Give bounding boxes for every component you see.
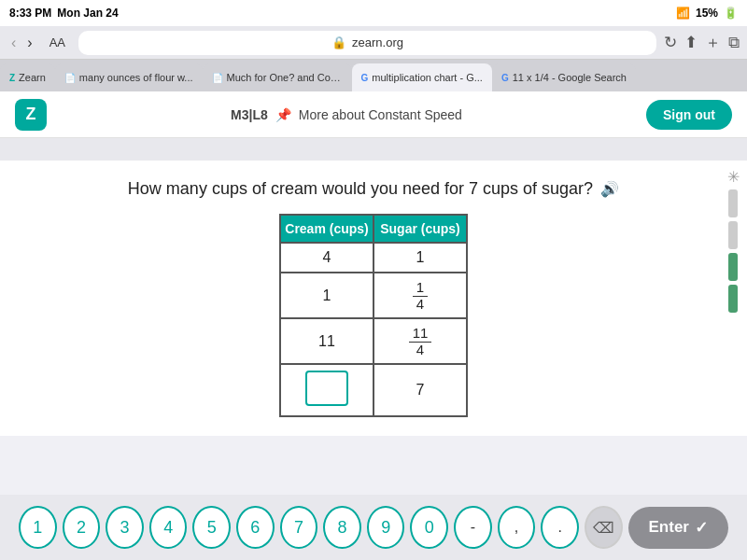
- lesson-code: M3|L8: [231, 107, 268, 122]
- key-4[interactable]: 4: [149, 506, 188, 549]
- key-1[interactable]: 1: [19, 506, 57, 549]
- fraction-numerator: 1: [413, 280, 428, 297]
- key-0[interactable]: 0: [410, 506, 448, 549]
- scroll-segment-active: [728, 253, 738, 281]
- col1-header: Cream (cups): [280, 215, 374, 243]
- scroll-segment-2: [728, 221, 738, 249]
- main-content: How many cups of cream would you need fo…: [0, 161, 747, 436]
- content-divider: [0, 138, 747, 161]
- bottom-space: [0, 436, 747, 495]
- key-comma[interactable]: ,: [498, 506, 536, 549]
- tab-zearn-label: Zearn: [19, 72, 46, 83]
- status-bar: 8:33 PM Mon Jan 24 📶 15% 🔋: [0, 0, 747, 26]
- key-delete[interactable]: ⌫: [585, 506, 623, 549]
- fraction-numerator: 11: [409, 326, 432, 343]
- table-row: 1 1 4: [280, 273, 467, 318]
- sign-out-button[interactable]: Sign out: [646, 100, 732, 130]
- lesson-pin-icon: 📌: [275, 107, 291, 122]
- row2-col1: 1: [280, 273, 374, 318]
- browser-actions: ↻ ⬆ ＋ ⧉: [664, 32, 740, 53]
- app-bar: Z M3|L8 📌 More about Constant Speed Sign…: [0, 91, 747, 138]
- zearn-favicon: Z: [9, 73, 15, 83]
- row4-col1[interactable]: [280, 364, 374, 416]
- tab-google-label: 11 x 1/4 - Google Search: [513, 72, 627, 83]
- tab-zearn[interactable]: Z Zearn: [0, 63, 55, 91]
- much-favicon: 📄: [212, 73, 223, 83]
- tabs-button[interactable]: ⧉: [728, 34, 740, 52]
- tab-much-label: Much for One? and Con...: [227, 72, 343, 83]
- scroll-area: ✳: [726, 140, 740, 420]
- reload-button[interactable]: ↻: [664, 33, 677, 52]
- mult-favicon: G: [361, 73, 369, 83]
- google-favicon: G: [501, 73, 509, 83]
- status-right: 📶 15% 🔋: [676, 7, 738, 20]
- fraction-denominator: 4: [413, 343, 428, 358]
- scroll-segment-1: [728, 189, 738, 217]
- keyboard-row: 1 2 3 4 5 6 7 8 9 0 - , . ⌫ Enter ✓: [0, 495, 747, 560]
- battery-display: 15%: [696, 7, 718, 20]
- lesson-title: More about Constant Speed: [299, 107, 462, 122]
- lesson-info: M3|L8 📌 More about Constant Speed: [58, 107, 635, 122]
- tab-mult[interactable]: G multiplication chart - G...: [352, 63, 492, 91]
- wifi-icon: 📶: [676, 7, 690, 20]
- row2-col2: 1 4: [374, 273, 467, 318]
- table-row: 11 11 4: [280, 318, 467, 364]
- key-minus[interactable]: -: [454, 506, 492, 549]
- tabs-bar: Z Zearn 📄 many ounces of flour w... 📄 Mu…: [0, 60, 747, 91]
- key-6[interactable]: 6: [236, 506, 275, 549]
- key-9[interactable]: 9: [367, 506, 405, 549]
- key-7[interactable]: 7: [280, 506, 318, 549]
- tab-mult-label: multiplication chart - G...: [372, 72, 483, 83]
- enter-check-icon: ✓: [695, 518, 708, 538]
- logo-text: Z: [26, 105, 36, 124]
- nav-buttons: ‹ ›: [7, 33, 36, 53]
- url-text: zearn.org: [352, 35, 403, 49]
- tab-much[interactable]: 📄 Much for One? and Con...: [203, 63, 352, 91]
- enter-label: Enter: [649, 518, 689, 537]
- question-label: How many cups of cream would you need fo…: [128, 179, 593, 199]
- app-logo: Z: [15, 99, 47, 131]
- fraction-1-4: 1 4: [413, 280, 428, 312]
- page-wrapper: 8:33 PM Mon Jan 24 📶 15% 🔋 ‹ › AA 🔒 zear…: [0, 0, 747, 560]
- row1-col1: 4: [280, 243, 374, 273]
- status-left: 8:33 PM Mon Jan 24: [9, 7, 119, 20]
- flour-favicon: 📄: [64, 73, 76, 83]
- key-3[interactable]: 3: [106, 506, 144, 549]
- scroll-decorations: ✳: [727, 168, 740, 313]
- tab-flour[interactable]: 📄 many ounces of flour w...: [55, 63, 203, 91]
- scroll-segment-active2: [728, 285, 738, 313]
- lock-icon: 🔒: [331, 35, 346, 49]
- enter-button[interactable]: Enter ✓: [628, 507, 728, 549]
- row3-col2: 11 4: [374, 318, 467, 364]
- key-8[interactable]: 8: [323, 506, 361, 549]
- tab-google[interactable]: G 11 x 1/4 - Google Search: [492, 63, 636, 91]
- row3-col1: 11: [280, 318, 374, 364]
- question-text: How many cups of cream would you need fo…: [128, 179, 619, 199]
- time-display: 8:33 PM: [9, 7, 51, 20]
- key-period[interactable]: .: [541, 506, 579, 549]
- col2-header: Sugar (cups): [374, 215, 467, 243]
- table-row: 4 1: [280, 243, 467, 273]
- key-2[interactable]: 2: [63, 506, 101, 549]
- sound-icon[interactable]: 🔊: [600, 180, 619, 198]
- browser-bar: ‹ › AA 🔒 zearn.org ↻ ⬆ ＋ ⧉: [0, 26, 747, 60]
- data-table: Cream (cups) Sugar (cups) 4 1 1 1 4: [279, 214, 468, 417]
- battery-icon: 🔋: [724, 7, 738, 20]
- answer-input-box[interactable]: [305, 371, 348, 406]
- table-row: 7: [280, 364, 467, 416]
- row4-col2: 7: [374, 364, 467, 416]
- scroll-snowflake-icon: ✳: [727, 168, 740, 186]
- tab-flour-label: many ounces of flour w...: [79, 72, 193, 83]
- date-display: Mon Jan 24: [57, 7, 118, 20]
- fraction-denominator: 4: [413, 297, 428, 313]
- back-button[interactable]: ‹: [7, 33, 20, 53]
- key-5[interactable]: 5: [192, 506, 231, 549]
- row1-col2: 1: [374, 243, 467, 273]
- share-button[interactable]: ⬆: [684, 33, 698, 52]
- new-tab-button[interactable]: ＋: [705, 32, 721, 53]
- address-bar[interactable]: 🔒 zearn.org: [78, 31, 656, 55]
- reader-button[interactable]: AA: [44, 34, 71, 51]
- fraction-11-4: 11 4: [409, 326, 432, 357]
- forward-button[interactable]: ›: [23, 33, 35, 53]
